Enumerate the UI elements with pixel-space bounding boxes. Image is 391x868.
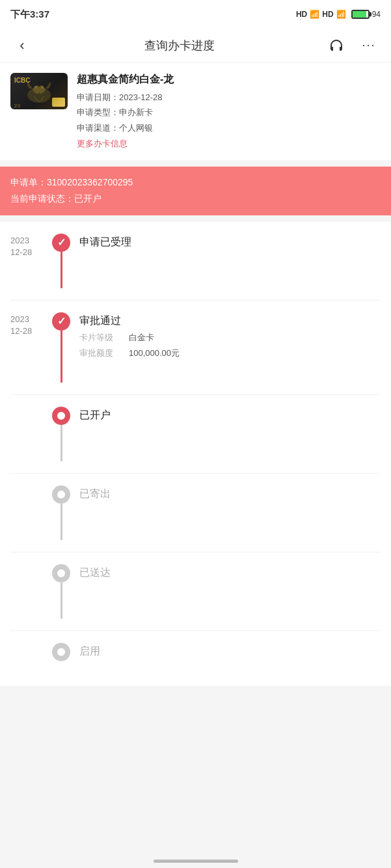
service-icon[interactable] <box>325 34 348 57</box>
check-icon-0: ✓ <box>57 236 66 249</box>
svg-point-1 <box>34 86 37 88</box>
timeline-title-0: 申请已受理 <box>79 234 381 249</box>
timeline-content-0: 申请已受理 <box>79 234 381 249</box>
timeline-item-4: 已送达 <box>10 552 381 631</box>
timeline-content-3: 已寄出 <box>79 485 381 501</box>
timeline-line-0 <box>61 252 62 288</box>
card-thumbnail: ICBC 20 <box>10 73 68 109</box>
page-title: 查询办卡进度 <box>144 38 215 53</box>
pending-dot-inner-4 <box>57 569 65 577</box>
timeline-item-3: 已寄出 <box>10 474 381 552</box>
timeline-dot-4 <box>52 564 70 582</box>
status-right: HD 📶 HD 📶 94 <box>296 10 381 19</box>
timeline-item-1: 2023 12-28 ✓ 审批通过 卡片等级 白金卡 审批额度 100,000.… <box>10 301 381 395</box>
apply-channel: 申请渠道：个人网银 <box>77 120 381 135</box>
timeline-content-5: 启用 <box>79 643 381 658</box>
card-info-details: 超惠真金简约白金-龙 申请日期：2023-12-28 申请类型：申办新卡 申请渠… <box>77 73 381 150</box>
apply-date: 申请日期：2023-12-28 <box>77 90 381 105</box>
timeline-title-1: 审批通过 <box>79 312 381 328</box>
timeline-date-3 <box>10 485 43 487</box>
timeline-date-4 <box>10 564 43 565</box>
credit-limit-value: 100,000.00元 <box>129 347 180 359</box>
timeline-title-5: 启用 <box>79 643 381 658</box>
battery-percent: 94 <box>372 10 381 19</box>
timeline-content-2: 已开户 <box>79 407 381 422</box>
footer-area: 攒客吧，有发一起赚！ www.zuanke8.com <box>0 686 391 868</box>
detail-row-card-level: 卡片等级 白金卡 <box>79 332 381 344</box>
signal-bars-left: 📶 <box>310 10 319 19</box>
status-time: 下午3:37 <box>10 8 49 21</box>
timeline-title-2: 已开户 <box>79 407 381 422</box>
timeline-line-1 <box>61 331 62 383</box>
credit-limit-label: 审批额度 <box>79 347 118 359</box>
card-name: 超惠真金简约白金-龙 <box>77 73 381 87</box>
timeline-dot-0: ✓ <box>52 234 70 252</box>
pending-dot-inner-5 <box>57 648 65 656</box>
battery-icon <box>351 10 370 19</box>
card-level-value: 白金卡 <box>129 332 154 344</box>
network-left: HD <box>296 10 307 19</box>
order-number: 31002023362700295 <box>47 177 133 187</box>
status-value: 已开户 <box>74 193 101 204</box>
battery-fill <box>353 11 367 18</box>
more-options-icon[interactable]: ··· <box>357 34 381 57</box>
card-level-label: 卡片等级 <box>79 332 118 344</box>
detail-row-credit-limit: 审批额度 100,000.00元 <box>79 347 381 359</box>
timeline-line-2 <box>61 425 62 461</box>
current-dot-inner-2 <box>57 412 65 420</box>
timeline-content-1: 审批通过 卡片等级 白金卡 审批额度 100,000.00元 <box>79 312 381 359</box>
apply-type: 申请类型：申办新卡 <box>77 105 381 120</box>
check-icon-1: ✓ <box>57 315 66 327</box>
timeline-item-2: 已开户 <box>10 395 381 474</box>
nav-right-icons: ··· <box>325 34 381 57</box>
nav-bar: ‹ 查询办卡进度 ··· <box>0 29 391 62</box>
timeline-content-4: 已送达 <box>79 564 381 580</box>
back-button[interactable]: ‹ <box>10 37 34 54</box>
card-info-section: ICBC 20 超惠真金简约白金-龙 申请日期：2023-12-28 申请类型：… <box>0 62 391 160</box>
timeline-line-3 <box>61 504 62 540</box>
timeline-title-3: 已寄出 <box>79 485 381 501</box>
card-chip <box>52 98 65 107</box>
status-row: 当前申请状态：已开户 <box>10 191 381 207</box>
svg-point-2 <box>41 86 44 88</box>
timeline-date-0: 2023 12-28 <box>10 234 43 258</box>
timeline-date-1: 2023 12-28 <box>10 312 43 337</box>
timeline-dot-5 <box>52 643 70 661</box>
more-info-link[interactable]: 更多办卡信息 <box>77 138 381 150</box>
pending-dot-inner-3 <box>57 491 65 498</box>
signal-bars-right: 📶 <box>336 10 346 19</box>
timeline-title-4: 已送达 <box>79 564 381 580</box>
status-label: 当前申请状态： <box>10 193 74 204</box>
timeline-item-0: 2023 12-28 ✓ 申请已受理 <box>10 222 381 301</box>
timeline-item-5: 启用 <box>10 631 381 673</box>
timeline-date-5 <box>10 643 43 644</box>
dragon-illustration <box>23 77 55 105</box>
order-number-row: 申请单：31002023362700295 <box>10 174 381 191</box>
timeline-dot-1: ✓ <box>52 312 70 331</box>
timeline-dot-3 <box>52 485 70 504</box>
order-label: 申请单： <box>10 177 47 187</box>
timeline-date-2 <box>10 407 43 408</box>
status-bar: 下午3:37 HD 📶 HD 📶 94 <box>0 0 391 29</box>
network-right: HD <box>322 10 333 19</box>
timeline-dot-2 <box>52 407 70 425</box>
timeline-line-4 <box>61 582 62 619</box>
app-status-banner: 申请单：31002023362700295 当前申请状态：已开户 <box>0 167 391 215</box>
home-indicator <box>154 860 238 863</box>
timeline-section: 2023 12-28 ✓ 申请已受理 2023 12-28 ✓ 审批通过 卡片等… <box>0 222 391 686</box>
